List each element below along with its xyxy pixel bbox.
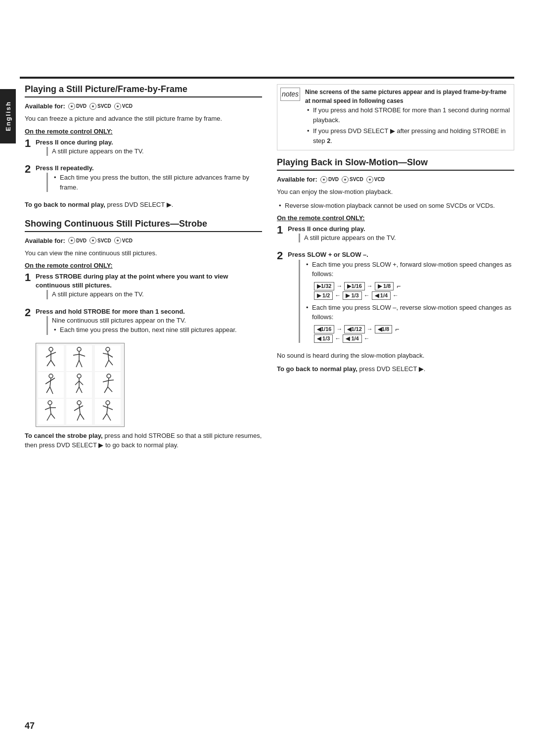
section3-go-back: To go back to normal play, press DVD SEL… xyxy=(277,364,514,374)
svg-line-34 xyxy=(104,387,108,393)
figure-5-icon xyxy=(69,373,89,397)
slow-step1-sub-block: A still picture appears on the TV. xyxy=(299,234,514,242)
step2-bullet: Each time you press the button, the stil… xyxy=(52,173,262,192)
slow-step2-bullet-2: Each time you press SLOW –, reverse slow… xyxy=(304,303,514,322)
svg-line-28 xyxy=(76,387,79,393)
strobe-step2-number: 2 xyxy=(25,307,34,318)
dvd-circle-icon xyxy=(68,103,75,110)
strobe-step2-content: Press and hold STROBE for more than 1 se… xyxy=(36,307,262,339)
strobe-step2-main: Press and hold STROBE for more than 1 se… xyxy=(36,307,262,316)
notes-box: notes Nine screens of the same pictures … xyxy=(277,84,514,150)
section2-available-for: Available for: DVD SVCD VCD xyxy=(25,237,262,244)
step2-sub-block: Each time you press the button, the stil… xyxy=(46,173,262,192)
section2-remote-heading: On the remote control ONLY: xyxy=(25,262,262,269)
svg-line-51 xyxy=(108,408,113,410)
section2-cancel-text: To cancel the strobe play, press and hol… xyxy=(25,431,262,450)
svg-line-29 xyxy=(79,387,82,393)
svg-point-36 xyxy=(48,401,52,405)
slow-step1-content: Press II once during play. A still pictu… xyxy=(288,225,514,246)
arrow-5: ← xyxy=(393,292,399,299)
speed-fw-1-4: ◀ 1/4 xyxy=(372,291,391,300)
section3-disc-dvd: DVD xyxy=(320,176,339,183)
section2-intro: You can view the nine continuous still p… xyxy=(25,248,262,258)
speed-fw-1-16: ▶1/16 xyxy=(344,282,364,290)
section3-dvd-circle-icon xyxy=(320,176,327,183)
cancel-label: To cancel the strobe play, xyxy=(25,432,103,439)
speed-fw-1-3: ▶ 1/3 xyxy=(343,291,361,300)
step1-content: Press II once during play. A still pictu… xyxy=(36,138,262,160)
strobe-step2-bullet: Each time you press the button, next nin… xyxy=(52,325,262,335)
svg-line-19 xyxy=(50,378,51,387)
slow-step2-number: 2 xyxy=(277,250,286,261)
svg-point-42 xyxy=(77,401,81,405)
section3-vcd-circle-icon xyxy=(366,176,373,183)
figure-9-icon xyxy=(98,400,118,424)
bracket-top-right-2: ⌐ xyxy=(395,325,399,333)
svg-line-8 xyxy=(73,354,79,355)
svg-line-10 xyxy=(76,360,79,367)
notes-icon: notes xyxy=(280,88,300,101)
right-column: notes Nine screens of the same pictures … xyxy=(277,84,514,454)
available-for-label: Available for: xyxy=(25,102,65,110)
figure-cell-6 xyxy=(95,372,121,398)
section1-step1: 1 Press II once during play. A still pic… xyxy=(25,138,262,160)
slow-step2-content: Press SLOW + or SLOW –. Each time you pr… xyxy=(288,250,514,346)
figure-cell-5 xyxy=(66,372,92,398)
bracket-top-right: ⌐ xyxy=(397,282,400,290)
speed-rev-1-4: ◀ 1/4 xyxy=(343,334,361,343)
section-still-picture: Playing a Still Picture/Frame-by-Frame A… xyxy=(25,84,262,210)
figure-1-icon xyxy=(41,346,61,370)
strobe-step1-sub-block: A still picture appears on the TV. xyxy=(46,290,262,299)
svg-line-43 xyxy=(79,405,80,414)
svg-line-27 xyxy=(79,381,83,385)
svg-line-13 xyxy=(108,351,109,360)
speed-fw-1-8: ▶ 1/8 xyxy=(375,282,394,290)
figure-cell-7 xyxy=(38,399,64,425)
strobe-step1-number: 1 xyxy=(25,272,34,283)
reverse-speed-diagram: ◀1/16 → ◀1/12 → ◀1/8 ⌐ ◀ 1/3 ← ◀ 1/4 xyxy=(314,325,514,343)
section3-disc-svcd: SVCD xyxy=(342,176,363,183)
arrow-4: ← xyxy=(364,292,370,299)
svg-line-52 xyxy=(103,414,107,420)
speed-fw-1-2: ▶ 1/2 xyxy=(314,291,333,300)
arrow-1: → xyxy=(336,283,342,289)
section3-remote-heading: On the remote control ONLY: xyxy=(277,214,514,222)
svcd-circle-icon xyxy=(89,103,96,110)
forward-speed-row2: ▶ 1/2 ← ▶ 1/3 ← ◀ 1/4 ← xyxy=(314,291,514,300)
disc-dvd: DVD xyxy=(68,103,87,110)
go-back-label: To go back to normal play, xyxy=(25,201,105,208)
section3-go-back-label: To go back to normal play, xyxy=(277,365,357,373)
svg-point-24 xyxy=(77,374,81,378)
svg-line-22 xyxy=(46,387,50,393)
step2-main: Press II repeatedly. xyxy=(36,164,262,173)
svg-line-21 xyxy=(51,378,55,380)
svg-line-17 xyxy=(109,360,113,365)
notes-bullet-1: If you press and hold STROBE for more th… xyxy=(305,105,511,125)
strobe-step2: 2 Press and hold STROBE for more than 1 … xyxy=(25,307,262,339)
top-rule xyxy=(20,77,514,79)
notes-bullet-2: If you press DVD SELECT ▶ after pressing… xyxy=(305,126,511,145)
svg-line-31 xyxy=(108,378,109,387)
svg-line-23 xyxy=(50,387,53,394)
disc-vcd: VCD xyxy=(114,103,133,110)
section3-disc-vcd: VCD xyxy=(366,176,385,183)
notes-main-text: Nine screens of the same pictures appear… xyxy=(305,89,506,104)
step1-number: 1 xyxy=(25,138,34,149)
figure-cell-2 xyxy=(66,345,92,371)
svg-line-53 xyxy=(107,414,111,421)
svg-line-5 xyxy=(51,360,55,366)
section3-intro: You can enjoy the slow-motion playback. xyxy=(277,187,514,197)
speed-fw-1-32: ▶1/32 xyxy=(314,282,334,290)
svg-point-12 xyxy=(106,347,110,351)
rarrow-2: → xyxy=(367,326,373,332)
rarrow-4: ← xyxy=(364,335,370,342)
strobe-step2-sub-block: Nine continuous still pictures appear on… xyxy=(46,316,262,335)
svg-line-11 xyxy=(79,360,82,367)
svg-line-4 xyxy=(47,360,51,366)
section-slow-motion: Playing Back in Slow-Motion—Slow Availab… xyxy=(277,157,514,374)
slow-step1-sub: A still picture appears on the TV. xyxy=(304,234,514,242)
main-content: Playing a Still Picture/Frame-by-Frame A… xyxy=(25,84,514,454)
svg-line-37 xyxy=(50,405,51,414)
strobe-step1-sub: A still picture appears on the TV. xyxy=(52,290,262,299)
section2-vcd-circle-icon xyxy=(114,237,121,244)
